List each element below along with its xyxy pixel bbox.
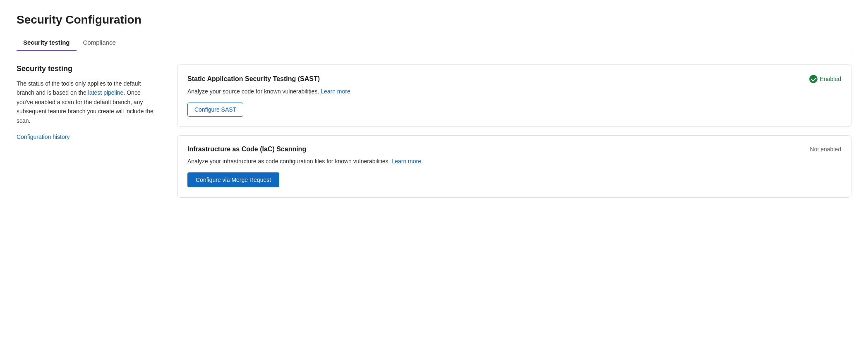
sast-desc-text: Analyze your source code for known vulne… (187, 88, 321, 95)
configuration-history-link[interactable]: Configuration history (17, 134, 70, 140)
enabled-check-icon (809, 75, 818, 83)
iac-learn-more-link[interactable]: Learn more (391, 158, 421, 165)
sast-description: Analyze your source code for known vulne… (187, 87, 841, 96)
tab-compliance[interactable]: Compliance (77, 35, 122, 51)
configure-sast-button[interactable]: Configure SAST (187, 103, 243, 117)
iac-status: Not enabled (810, 146, 841, 153)
page-title: Security Configuration (17, 13, 851, 26)
iac-card: Infrastructure as Code (IaC) Scanning No… (177, 135, 851, 198)
tab-bar: Security testing Compliance (17, 35, 851, 51)
section-description: The status of the tools only applies to … (17, 79, 157, 125)
sast-card-title: Static Application Security Testing (SAS… (187, 75, 320, 83)
section-heading: Security testing (17, 64, 157, 73)
iac-card-title: Infrastructure as Code (IaC) Scanning (187, 146, 306, 153)
sast-learn-more-link[interactable]: Learn more (321, 88, 350, 95)
iac-description: Analyze your infrastructure as code conf… (187, 157, 841, 166)
left-panel: Security testing The status of the tools… (17, 64, 157, 140)
sast-status-label: Enabled (820, 76, 841, 82)
sast-status: Enabled (809, 75, 841, 83)
sast-card-header: Static Application Security Testing (SAS… (187, 75, 841, 83)
iac-card-header: Infrastructure as Code (IaC) Scanning No… (187, 146, 841, 153)
configure-iac-button[interactable]: Configure via Merge Request (187, 172, 279, 187)
iac-desc-text: Analyze your infrastructure as code conf… (187, 158, 391, 165)
right-panel: Static Application Security Testing (SAS… (177, 64, 851, 198)
tab-security-testing[interactable]: Security testing (17, 35, 77, 51)
sast-card: Static Application Security Testing (SAS… (177, 64, 851, 127)
content-layout: Security testing The status of the tools… (17, 64, 851, 198)
latest-pipeline-link[interactable]: latest pipeline (88, 89, 124, 96)
